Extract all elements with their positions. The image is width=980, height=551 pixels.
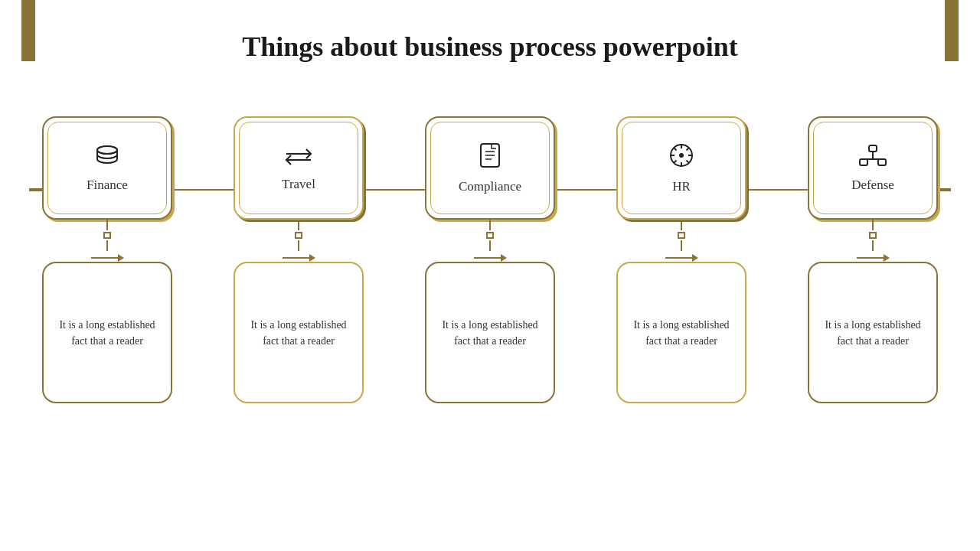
connector-compliance <box>474 220 507 262</box>
bottom-card-hr: It is a long established fact that a rea… <box>616 262 746 403</box>
connector-travel <box>283 220 315 262</box>
v-line-top-defense <box>872 220 874 230</box>
arrow-line-finance <box>91 257 118 259</box>
arrow-head-compliance <box>501 254 507 262</box>
arrow-line-travel <box>283 257 309 259</box>
top-card-defense: Defense <box>808 116 938 220</box>
v-line-bottom-defense <box>872 240 874 251</box>
card-label-compliance: Compliance <box>459 179 521 194</box>
arrow-head-hr <box>692 254 698 262</box>
bottom-card-text-finance: It is a long established fact that a rea… <box>54 317 160 349</box>
h-arrow-defense <box>857 254 890 262</box>
small-square-finance <box>103 232 111 239</box>
card-label-travel: Travel <box>282 177 315 192</box>
bottom-card-travel: It is a long established fact that a rea… <box>234 262 364 403</box>
bottom-card-compliance: It is a long established fact that a rea… <box>425 262 555 403</box>
arrow-head-travel <box>309 254 315 262</box>
corner-decoration-right <box>945 0 959 61</box>
v-line-top-compliance <box>489 220 491 230</box>
v-line-top-finance <box>106 220 108 230</box>
card-label-hr: HR <box>672 179 691 194</box>
svg-line-17 <box>674 160 677 163</box>
svg-rect-18 <box>869 145 877 152</box>
arrows-icon <box>285 144 312 172</box>
bottom-card-text-defense: It is a long established fact that a rea… <box>820 317 926 349</box>
card-label-finance: Finance <box>87 178 128 193</box>
svg-point-9 <box>679 153 684 158</box>
v-line-bottom-finance <box>106 240 108 251</box>
bottom-card-text-travel: It is a long established fact that a rea… <box>246 317 351 349</box>
page-title: Things about business process powerpoint <box>0 0 980 70</box>
card-column-finance: Finance It is a long established fact th… <box>31 116 184 403</box>
svg-point-1 <box>97 146 117 154</box>
svg-line-14 <box>674 148 677 151</box>
h-arrow-travel <box>283 254 315 262</box>
svg-line-16 <box>687 148 690 151</box>
v-line-bottom-travel <box>298 240 299 251</box>
card-column-hr: HR It is a long established fact that a … <box>605 116 758 403</box>
svg-rect-20 <box>878 159 886 165</box>
connector-defense <box>857 220 890 262</box>
bottom-card-defense: It is a long established fact that a rea… <box>808 262 938 403</box>
small-square-travel <box>295 232 302 239</box>
small-square-defense <box>869 232 877 239</box>
v-line-bottom-hr <box>681 240 682 251</box>
document-icon <box>479 142 501 174</box>
card-column-travel: Travel It is a long established fact tha… <box>222 116 375 403</box>
card-label-defense: Defense <box>851 178 894 193</box>
bottom-card-finance: It is a long established fact that a rea… <box>42 262 172 403</box>
card-column-compliance: Compliance It is a long established fact… <box>413 116 567 403</box>
v-line-top-hr <box>681 220 682 230</box>
v-line-bottom-compliance <box>489 240 491 251</box>
arrow-line-hr <box>665 257 692 259</box>
arrow-line-compliance <box>474 257 501 259</box>
h-arrow-finance <box>91 254 124 262</box>
card-column-defense: Defense It is a long established fact th… <box>796 116 949 403</box>
main-content: Finance It is a long established fact th… <box>0 116 980 403</box>
bottom-card-text-hr: It is a long established fact that a rea… <box>629 317 734 349</box>
small-square-hr <box>678 232 685 239</box>
h-arrow-hr <box>665 254 698 262</box>
top-card-travel: Travel <box>234 116 364 220</box>
svg-rect-19 <box>860 159 867 165</box>
top-card-finance: Finance <box>42 116 172 220</box>
coins-icon <box>94 144 120 173</box>
small-square-compliance <box>486 232 494 239</box>
bottom-card-text-compliance: It is a long established fact that a rea… <box>437 317 543 349</box>
target-icon <box>668 142 694 174</box>
connector-hr <box>665 220 698 262</box>
cards-row: Finance It is a long established fact th… <box>31 116 949 403</box>
arrow-head-finance <box>118 254 124 262</box>
top-card-compliance: Compliance <box>425 116 555 220</box>
org-chart-icon <box>859 144 887 173</box>
h-arrow-compliance <box>474 254 507 262</box>
v-line-top-travel <box>298 220 299 230</box>
connector-finance <box>91 220 124 262</box>
svg-line-15 <box>687 160 690 163</box>
arrow-line-defense <box>857 257 884 259</box>
arrow-head-defense <box>884 254 890 262</box>
corner-decoration-left <box>21 0 35 61</box>
top-card-hr: HR <box>616 116 746 220</box>
